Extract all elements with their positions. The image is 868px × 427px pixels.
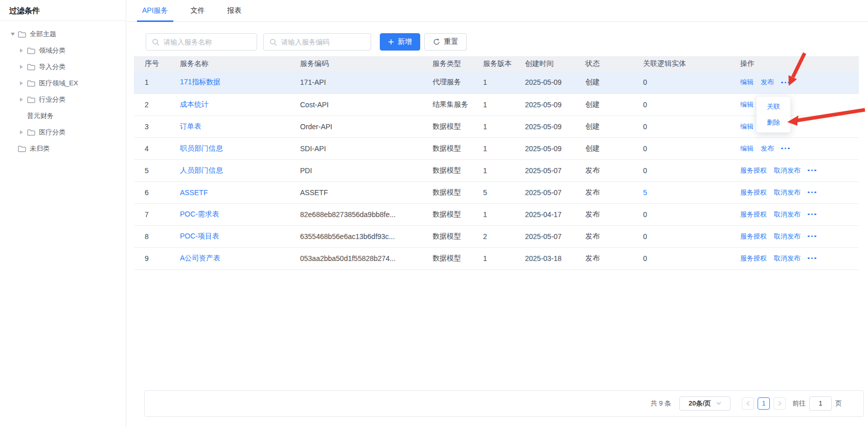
menu-item-associate[interactable]: 关联 bbox=[757, 99, 790, 114]
reset-button-label: 重置 bbox=[444, 37, 459, 46]
entity-count-link[interactable]: 5 bbox=[643, 188, 647, 197]
main-panel: API服务 文件 报表 新增 重置 bbox=[127, 0, 868, 427]
edit-link[interactable]: 编辑 bbox=[740, 144, 753, 153]
caret-right-icon[interactable] bbox=[20, 98, 27, 102]
more-icon[interactable] bbox=[781, 146, 790, 152]
caret-down-icon[interactable] bbox=[11, 33, 18, 36]
service-name-link[interactable]: 171指标数据 bbox=[180, 78, 220, 86]
tree-item-puyuan-finance[interactable]: 普元财务 bbox=[0, 108, 126, 124]
cell-index: 7 bbox=[134, 203, 180, 225]
caret-right-icon[interactable] bbox=[20, 49, 27, 53]
table-row: 1 171指标数据 171-API 代理服务 1 2025-05-09 创建 0… bbox=[134, 72, 859, 93]
tree-item-industry-category[interactable]: 行业分类 bbox=[0, 91, 126, 108]
caret-right-icon[interactable] bbox=[20, 65, 27, 69]
tree-item-domain-category[interactable]: 领域分类 bbox=[0, 42, 126, 59]
service-name-link[interactable]: ASSETF bbox=[180, 188, 208, 197]
tab-file[interactable]: 文件 bbox=[186, 0, 210, 22]
tab-report[interactable]: 报表 bbox=[222, 0, 247, 22]
col-service-code: 服务编码 bbox=[300, 56, 432, 72]
edit-link[interactable]: 编辑 bbox=[740, 100, 753, 109]
search-icon bbox=[152, 38, 159, 46]
unpublish-link[interactable]: 取消发布 bbox=[774, 232, 801, 241]
edit-link[interactable]: 编辑 bbox=[740, 122, 753, 131]
cell-type: 结果集服务 bbox=[432, 93, 483, 115]
cell-version: 2 bbox=[483, 225, 525, 247]
service-name-input[interactable] bbox=[164, 38, 257, 46]
unpublish-link[interactable]: 取消发布 bbox=[774, 188, 801, 197]
folder-icon bbox=[27, 129, 35, 136]
service-auth-link[interactable]: 服务授权 bbox=[740, 232, 767, 241]
cell-created: 2025-05-09 bbox=[525, 93, 585, 115]
col-actions: 操作 bbox=[740, 56, 859, 72]
service-auth-link[interactable]: 服务授权 bbox=[740, 254, 767, 263]
tree-item-medical-category[interactable]: 医疗分类 bbox=[0, 124, 126, 140]
publish-link[interactable]: 发布 bbox=[761, 78, 774, 87]
filter-sidebar: 过滤条件 全部主题 领域分类 导入分类 医疗领域_EX bbox=[0, 0, 126, 427]
chevron-down-icon bbox=[716, 401, 721, 405]
next-page-button[interactable] bbox=[773, 397, 786, 410]
cell-code: Cost-API bbox=[300, 93, 432, 115]
more-icon[interactable] bbox=[808, 168, 816, 174]
more-icon[interactable] bbox=[808, 211, 816, 218]
tree-item-import-category[interactable]: 导入分类 bbox=[0, 59, 126, 75]
unpublish-link[interactable]: 取消发布 bbox=[774, 254, 801, 263]
service-name-link[interactable]: 成本统计 bbox=[180, 100, 209, 108]
caret-right-icon[interactable] bbox=[20, 81, 27, 85]
service-auth-link[interactable]: 服务授权 bbox=[740, 188, 767, 197]
tree-label: 普元财务 bbox=[27, 111, 54, 121]
tree-item-uncategorized[interactable]: 未归类 bbox=[0, 140, 126, 157]
col-status: 状态 bbox=[585, 56, 643, 72]
table-row: 3 订单表 Order-API 数据模型 1 2025-05-09 创建 0 编… bbox=[134, 115, 859, 137]
service-name-link[interactable]: 订单表 bbox=[180, 122, 201, 130]
service-name-link[interactable]: POC-需求表 bbox=[180, 210, 219, 218]
edit-link[interactable]: 编辑 bbox=[740, 78, 753, 87]
table-row: 6 ASSETF ASSETF 数据模型 5 2025-05-07 发布 5 服… bbox=[134, 181, 859, 203]
more-icon[interactable] bbox=[808, 233, 816, 240]
cell-entities: 0 bbox=[643, 115, 740, 137]
tree-label: 医疗分类 bbox=[39, 128, 65, 137]
cell-status: 创建 bbox=[585, 72, 643, 93]
cell-created: 2025-04-17 bbox=[525, 203, 585, 225]
service-name-link[interactable]: A公司资产表 bbox=[180, 254, 220, 262]
menu-item-delete[interactable]: 删除 bbox=[757, 114, 790, 130]
service-auth-link[interactable]: 服务授权 bbox=[740, 166, 767, 175]
cell-type: 数据模型 bbox=[432, 225, 483, 247]
publish-link[interactable]: 发布 bbox=[761, 144, 774, 153]
more-icon[interactable] bbox=[808, 189, 816, 196]
page-number-1[interactable]: 1 bbox=[758, 397, 770, 410]
cell-entities: 0 bbox=[643, 137, 740, 159]
more-icon[interactable] bbox=[808, 255, 816, 262]
prev-page-button[interactable] bbox=[742, 397, 754, 410]
reset-button[interactable]: 重置 bbox=[424, 33, 467, 51]
total-count: 共 9 条 bbox=[651, 399, 671, 408]
unpublish-link[interactable]: 取消发布 bbox=[774, 210, 801, 219]
service-name-link[interactable]: POC-项目表 bbox=[180, 232, 219, 240]
page-size-select[interactable]: 20条/页 bbox=[679, 396, 730, 411]
col-index: 序号 bbox=[134, 56, 180, 72]
cell-version: 1 bbox=[483, 72, 525, 93]
goto-page-input[interactable] bbox=[809, 396, 832, 411]
cell-type: 数据模型 bbox=[432, 181, 483, 203]
service-code-search bbox=[263, 33, 371, 51]
service-name-link[interactable]: 职员部门信息 bbox=[180, 144, 223, 152]
folder-icon bbox=[27, 80, 35, 87]
cell-status: 发布 bbox=[585, 225, 643, 247]
cell-index: 9 bbox=[134, 247, 180, 269]
more-icon[interactable] bbox=[781, 80, 790, 86]
cell-code: 82e688eb8273856da9bb8fe... bbox=[300, 203, 432, 225]
service-name-link[interactable]: 人员部门信息 bbox=[180, 166, 223, 174]
service-code-input[interactable] bbox=[281, 38, 371, 46]
unpublish-link[interactable]: 取消发布 bbox=[774, 166, 801, 175]
caret-right-icon[interactable] bbox=[20, 130, 27, 134]
cell-code: 053aa2bba50d1f55828b274... bbox=[300, 247, 432, 269]
tree-item-all-topics[interactable]: 全部主题 bbox=[0, 26, 126, 42]
cell-index: 4 bbox=[134, 137, 180, 159]
service-auth-link[interactable]: 服务授权 bbox=[740, 210, 767, 219]
cell-version: 1 bbox=[483, 247, 525, 269]
cell-entities: 0 bbox=[643, 159, 740, 181]
add-button[interactable]: 新增 bbox=[380, 33, 420, 51]
tab-api-service[interactable]: API服务 bbox=[137, 0, 173, 22]
tree-item-medical-domain-ex[interactable]: 医疗领域_EX bbox=[0, 75, 126, 91]
cell-status: 发布 bbox=[585, 181, 643, 203]
cell-created: 2025-05-07 bbox=[525, 159, 585, 181]
